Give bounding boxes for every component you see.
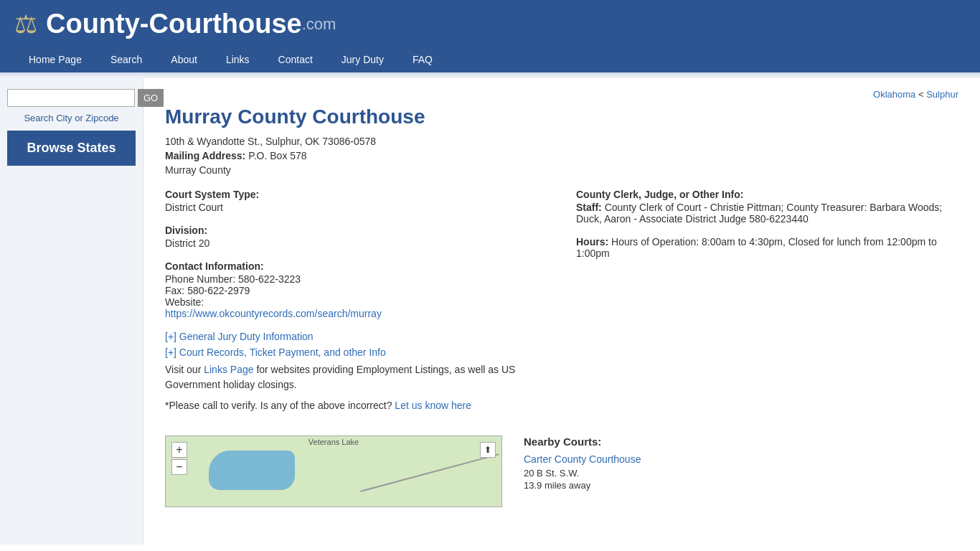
hours-label: Hours: [576, 236, 608, 248]
main-content: Oklahoma < Sulphur Murray County Courtho… [143, 78, 980, 545]
breadcrumb-city[interactable]: Sulphur [926, 89, 958, 100]
let-us-know-link[interactable]: Let us know here [395, 400, 471, 411]
verify-paragraph: *Please call to verify. Is any of the ab… [165, 400, 547, 411]
sub-header-gradient [0, 72, 980, 78]
fax-label: Fax: [165, 285, 184, 296]
nearby-courts-title: Nearby Courts: [524, 435, 958, 448]
breadcrumb: Oklahoma < Sulphur [165, 89, 958, 100]
staff-value: County Clerk of Court - Christie Pittman… [576, 202, 942, 225]
courthouse-title: Murray County Courthouse [165, 105, 958, 128]
logo-text-main: County-Courthouse [46, 9, 302, 39]
division-section: Division: District 20 [165, 225, 547, 249]
breadcrumb-state[interactable]: Oklahoma [873, 89, 915, 100]
map-container: Veterans Lake + − ⬆ [165, 435, 502, 507]
county-clerk-section: County Clerk, Judge, or Other Info: Staf… [576, 189, 958, 225]
sidebar: GO Search City or Zipcode Browse States [0, 78, 143, 545]
phone-label: Phone Number: [165, 273, 235, 285]
map-zoom-in-button[interactable]: + [171, 442, 187, 458]
fax-line: Fax: 580-622-2979 [165, 285, 547, 296]
search-label: Search City or Zipcode [7, 113, 136, 123]
mailing-value: P.O. Box 578 [248, 150, 306, 161]
county-name: Murray County [165, 164, 958, 176]
court-system-value: District Court [165, 202, 547, 213]
nav-faq[interactable]: FAQ [398, 47, 447, 72]
hours-value: Hours of Operation: 8:00am to 4:30pm, Cl… [576, 236, 937, 259]
nav-about[interactable]: About [156, 47, 212, 72]
browse-states-button[interactable]: Browse States [7, 131, 136, 166]
staff-label: Staff: [576, 202, 602, 213]
site-header: ⚖ County-Courthouse .com Home Page Searc… [0, 0, 980, 72]
nav-contact[interactable]: Contact [264, 47, 327, 72]
links-paragraph: Visit our Links Page for websites provid… [165, 362, 547, 392]
map-road-shape [360, 453, 499, 492]
page-body: GO Search City or Zipcode Browse States … [0, 78, 980, 545]
map-water-shape [209, 451, 295, 490]
links-page-link[interactable]: Links Page [204, 364, 253, 375]
map-label: Veterans Lake [308, 438, 359, 446]
hours-section: Hours: Hours of Operation: 8:00am to 4:3… [576, 236, 958, 259]
mailing-label: Mailing Address: [165, 150, 245, 161]
nearby-court-name-1[interactable]: Carter County Courthouse [524, 453, 958, 465]
logo-area: ⚖ County-Courthouse .com [14, 9, 966, 47]
main-nav: Home Page Search About Links Contact Jur… [14, 47, 966, 72]
nearby-courts: Nearby Courts: Carter County Courthouse … [524, 435, 958, 507]
address-line: 10th & Wyandotte St., Sulphur, OK 73086-… [165, 136, 958, 147]
mailing-address: Mailing Address: P.O. Box 578 [165, 150, 958, 161]
nearby-court-address-1: 20 B St. S.W. [524, 468, 958, 479]
bottom-section: Veterans Lake + − ⬆ Nearby Courts: Carte… [165, 435, 958, 507]
website-label: Website: [165, 296, 204, 308]
website-url[interactable]: https://www.okcountyrecords.com/search/m… [165, 308, 382, 319]
contact-label: Contact Information: [165, 260, 547, 272]
nearby-court-distance-1: 13.9 miles away [524, 480, 958, 491]
info-left: Court System Type: District Court Divisi… [165, 189, 547, 421]
contact-section: Contact Information: Phone Number: 580-6… [165, 260, 547, 319]
hours-line: Hours: Hours of Operation: 8:00am to 4:3… [576, 236, 958, 259]
nav-search[interactable]: Search [96, 47, 156, 72]
search-input[interactable] [7, 89, 135, 107]
division-value: District 20 [165, 237, 547, 249]
map-zoom-out-button[interactable]: − [171, 459, 187, 475]
nav-jury-duty[interactable]: Jury Duty [327, 47, 398, 72]
info-right: County Clerk, Judge, or Other Info: Staf… [576, 189, 958, 421]
phone-line: Phone Number: 580-622-3223 [165, 273, 547, 285]
nav-links[interactable]: Links [212, 47, 264, 72]
verify-text: *Please call to verify. Is any of the ab… [165, 400, 392, 411]
breadcrumb-separator: < [918, 89, 926, 100]
map-placeholder: Veterans Lake + − ⬆ [166, 436, 501, 507]
info-grid: Court System Type: District Court Divisi… [165, 189, 958, 421]
court-system-label: Court System Type: [165, 189, 547, 200]
county-clerk-label: County Clerk, Judge, or Other Info: [576, 189, 958, 200]
search-box-wrap: GO [7, 89, 136, 107]
logo-text-com: .com [302, 15, 336, 34]
nav-home[interactable]: Home Page [14, 47, 96, 72]
court-system-section: Court System Type: District Court [165, 189, 547, 213]
scales-icon: ⚖ [14, 9, 37, 39]
staff-line: Staff: County Clerk of Court - Christie … [576, 202, 958, 225]
division-label: Division: [165, 225, 547, 236]
records-link[interactable]: [+] Court Records, Ticket Payment, and o… [165, 347, 547, 358]
fax-value: 580-622-2979 [187, 285, 250, 296]
phone-value: 580-622-3223 [238, 273, 301, 285]
website-line: Website: https://www.okcountyrecords.com… [165, 296, 547, 319]
jury-info-link[interactable]: [+] General Jury Duty Information [165, 331, 547, 342]
map-share-button[interactable]: ⬆ [480, 442, 496, 458]
